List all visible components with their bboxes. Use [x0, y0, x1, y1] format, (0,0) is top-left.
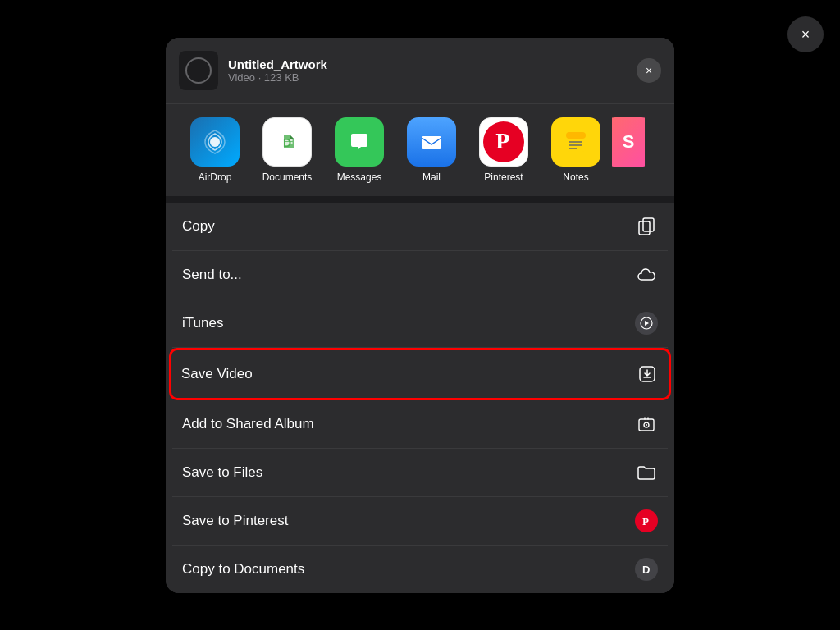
svg-text:D: D [283, 136, 291, 149]
action-shared-album-label: Add to Shared Album [182, 416, 314, 432]
pinterest-action-icon: P [635, 509, 658, 532]
mail-icon [407, 117, 456, 167]
share-sheet: Untitled_Artwork Video · 123 KB × AirDro… [166, 38, 674, 593]
messages-icon [335, 117, 384, 167]
action-save-files-label: Save to Files [182, 464, 262, 481]
svg-rect-12 [639, 221, 650, 235]
action-save-video-label: Save Video [181, 366, 253, 382]
action-copy-label: Copy [182, 218, 215, 235]
action-save-files[interactable]: Save to Files [172, 449, 668, 497]
action-itunes[interactable]: iTunes [172, 299, 668, 348]
folder-icon [635, 461, 658, 484]
mail-label: Mail [422, 171, 441, 183]
outer-close-button[interactable]: × [788, 16, 824, 52]
divider-1 [166, 196, 674, 203]
action-shared-album[interactable]: Add to Shared Album [172, 400, 668, 449]
notes-label: Notes [563, 171, 588, 183]
download-icon [636, 363, 659, 386]
itunes-icon [635, 312, 658, 335]
pinterest-label: Pinterest [484, 171, 523, 183]
svg-point-0 [210, 137, 220, 147]
sheet-header: Untitled_Artwork Video · 123 KB × [166, 38, 674, 104]
app-icon-notes[interactable]: Notes [540, 117, 612, 183]
action-save-pinterest-label: Save to Pinterest [182, 513, 288, 529]
pinterest-icon: P [479, 117, 528, 167]
actions-list: Copy Send to... iTunes [166, 203, 674, 593]
notes-icon [551, 117, 600, 167]
app-icon-mail[interactable]: Mail [395, 117, 468, 183]
thumbnail-circle [185, 57, 212, 84]
app-icon-airdrop[interactable]: AirDrop [179, 117, 251, 183]
header-subtitle: Video · 123 KB [228, 71, 637, 84]
outer-close-icon: × [801, 26, 810, 43]
svg-rect-7 [566, 132, 586, 139]
action-save-pinterest[interactable]: Save to Pinterest P [172, 497, 668, 546]
svg-text:P: P [642, 515, 649, 527]
action-send-to-label: Send to... [182, 267, 242, 283]
action-copy[interactable]: Copy [172, 203, 668, 251]
cloud-icon [635, 263, 658, 286]
action-copy-documents[interactable]: Copy to Documents D [172, 546, 668, 593]
action-send-to[interactable]: Send to... [172, 251, 668, 299]
app-icons-row: AirDrop D Documents [166, 104, 674, 196]
documents-label: Documents [262, 171, 313, 183]
action-copy-documents-label: Copy to Documents [182, 561, 304, 578]
app-icon-pinterest[interactable]: P Pinterest [468, 117, 540, 183]
svg-rect-3 [422, 136, 441, 149]
documents-icon: D [262, 117, 312, 167]
sheet-close-button[interactable]: × [637, 58, 661, 83]
app-icon-messages[interactable]: Messages [323, 117, 395, 183]
svg-point-18 [646, 424, 647, 426]
sheet-close-icon: × [646, 64, 652, 77]
copy-icon [635, 215, 658, 238]
header-title: Untitled_Artwork [228, 57, 637, 71]
svg-text:P: P [495, 128, 509, 153]
airdrop-icon [190, 117, 240, 167]
svg-rect-11 [643, 218, 654, 231]
airdrop-label: AirDrop [199, 171, 232, 183]
header-info: Untitled_Artwork Video · 123 KB [228, 57, 637, 84]
documents-action-icon: D [635, 558, 658, 581]
thumbnail [179, 51, 218, 90]
shared-album-icon [635, 413, 658, 436]
app-icon-partial[interactable]: S [612, 117, 645, 171]
action-itunes-label: iTunes [182, 315, 223, 331]
action-save-video[interactable]: Save Video [169, 348, 671, 400]
app-icon-documents[interactable]: D Documents [251, 117, 323, 183]
messages-label: Messages [337, 171, 382, 183]
svg-text:D: D [642, 564, 650, 575]
